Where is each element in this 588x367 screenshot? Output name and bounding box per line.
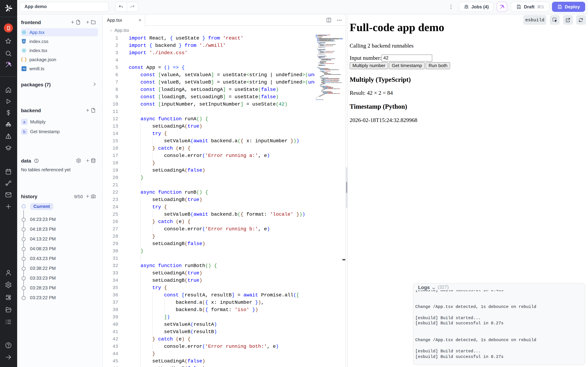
svg-text:3: 3 — [23, 40, 25, 43]
svg-text:TS: TS — [22, 68, 26, 70]
